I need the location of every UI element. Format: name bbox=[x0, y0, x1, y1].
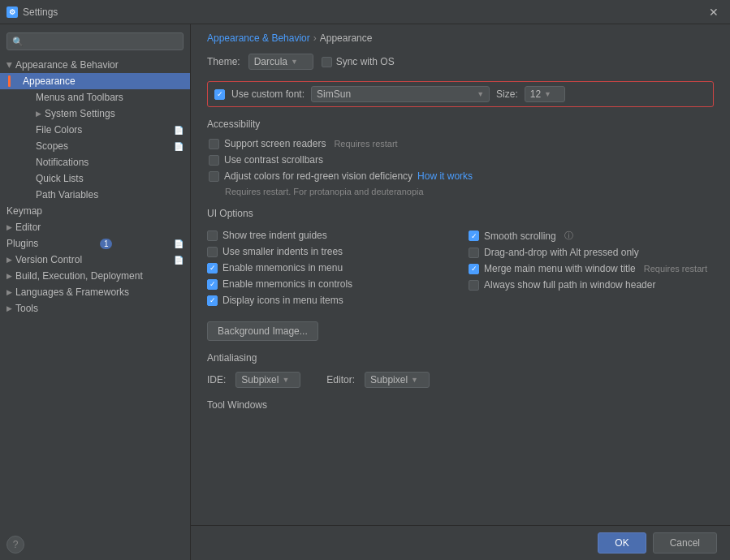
sync-with-os-checkbox[interactable]: Sync with OS bbox=[322, 56, 395, 67]
ide-dropdown-arrow: ▼ bbox=[282, 376, 289, 384]
font-dropdown-arrow: ▼ bbox=[477, 90, 484, 98]
display-icons-row: Display icons in menu items bbox=[207, 292, 452, 308]
app-icon: ⚙ bbox=[6, 6, 18, 18]
merge-main-menu-label: Merge main menu with window title bbox=[484, 263, 636, 274]
search-box[interactable]: 🔍 bbox=[6, 32, 184, 50]
font-select[interactable]: SimSun ▼ bbox=[311, 86, 490, 102]
how-it-works-link[interactable]: How it works bbox=[417, 170, 473, 182]
breadcrumb-parent[interactable]: Appearance & Behavior bbox=[207, 32, 310, 44]
show-tree-indent-label: Show tree indent guides bbox=[222, 230, 327, 241]
chevron-icon: ▶ bbox=[6, 223, 12, 231]
sidebar-item-system-settings[interactable]: ▶ System Settings bbox=[0, 106, 190, 122]
sidebar-item-label: Notifications bbox=[36, 157, 89, 168]
editor-antialiasing-select[interactable]: Subpixel ▼ bbox=[365, 372, 430, 388]
sidebar-item-label: Menus and Toolbars bbox=[36, 92, 123, 103]
support-screen-readers-row: Support screen readers Requires restart bbox=[207, 138, 714, 149]
sidebar-item-quick-lists[interactable]: Quick Lists bbox=[0, 170, 190, 187]
contrast-scrollbars-checkbox[interactable] bbox=[209, 155, 219, 166]
display-icons-checkbox[interactable] bbox=[207, 295, 218, 306]
sidebar-item-label: Quick Lists bbox=[36, 173, 84, 184]
drag-drop-row: Drag-and-drop with Alt pressed only bbox=[469, 244, 714, 261]
chevron-icon: ▶ bbox=[6, 288, 12, 296]
ui-options-grid: Show tree indent guides Use smaller inde… bbox=[207, 227, 714, 308]
custom-font-label: Use custom font: bbox=[231, 88, 305, 100]
plugins-badge: 1 bbox=[100, 239, 113, 249]
help-button[interactable]: ? bbox=[6, 536, 24, 554]
antialiasing-title: Antialiasing bbox=[207, 352, 714, 364]
size-select[interactable]: 12 ▼ bbox=[525, 86, 565, 102]
sidebar-item-scopes[interactable]: Scopes 📄 bbox=[0, 138, 190, 154]
theme-label: Theme: bbox=[207, 56, 240, 67]
sidebar-item-label: Plugins bbox=[6, 238, 38, 249]
enable-mnemonics-controls-label: Enable mnemonics in controls bbox=[222, 278, 352, 290]
breadcrumb-current: Appearance bbox=[320, 32, 373, 44]
size-dropdown-arrow: ▼ bbox=[544, 90, 551, 98]
ide-antialiasing-select[interactable]: Subpixel ▼ bbox=[235, 372, 300, 388]
smooth-scrolling-checkbox[interactable] bbox=[469, 230, 479, 241]
show-tree-indent-checkbox[interactable] bbox=[207, 230, 218, 241]
chevron-icon: ▶ bbox=[6, 62, 14, 68]
sidebar-item-file-colors[interactable]: File Colors 📄 bbox=[0, 122, 190, 138]
editor-aa-label: Editor: bbox=[326, 374, 355, 386]
custom-font-checkbox[interactable] bbox=[214, 89, 225, 100]
page-icon: 📄 bbox=[174, 239, 184, 248]
sidebar-item-appearance[interactable]: Appearance bbox=[0, 73, 190, 89]
requires-restart-hint: Requires restart bbox=[334, 139, 397, 149]
theme-select[interactable]: Darcula ▼ bbox=[248, 54, 313, 70]
font-value: SimSun bbox=[317, 88, 351, 100]
enable-mnemonics-controls-checkbox[interactable] bbox=[207, 279, 218, 290]
content-area: Appearance & Behavior › Appearance Theme… bbox=[191, 24, 730, 560]
drag-drop-checkbox[interactable] bbox=[469, 248, 479, 258]
breadcrumb: Appearance & Behavior › Appearance bbox=[191, 24, 730, 49]
chevron-icon: ▶ bbox=[36, 110, 41, 118]
sidebar-item-tools[interactable]: ▶ Tools bbox=[0, 300, 190, 317]
size-label: Size: bbox=[496, 88, 518, 100]
always-full-path-checkbox[interactable] bbox=[469, 280, 479, 291]
sidebar-item-label: Keymap bbox=[6, 205, 42, 217]
sidebar-item-editor[interactable]: ▶ Editor bbox=[0, 219, 190, 235]
cancel-button[interactable]: Cancel bbox=[653, 532, 717, 554]
sync-with-os-box[interactable] bbox=[322, 57, 332, 67]
sidebar-item-languages-frameworks[interactable]: ▶ Languages & Frameworks bbox=[0, 284, 190, 300]
breadcrumb-separator: › bbox=[313, 32, 317, 44]
chevron-icon: ▶ bbox=[6, 272, 12, 280]
chevron-icon: ▶ bbox=[6, 256, 12, 264]
sidebar-item-version-control[interactable]: ▶ Version Control 📄 bbox=[0, 252, 190, 268]
sidebar-item-appearance-behavior[interactable]: ▶ Appearance & Behavior bbox=[0, 57, 190, 73]
ui-options-left: Show tree indent guides Use smaller inde… bbox=[207, 227, 452, 308]
smooth-scrolling-label: Smooth scrolling bbox=[484, 230, 556, 242]
merge-main-menu-checkbox[interactable] bbox=[469, 264, 479, 274]
close-button[interactable]: ✕ bbox=[704, 4, 724, 20]
ok-button[interactable]: OK bbox=[598, 532, 646, 554]
enable-mnemonics-controls-row: Enable mnemonics in controls bbox=[207, 276, 452, 292]
sidebar-group-label: Build, Execution, Deployment bbox=[15, 270, 143, 282]
sidebar-item-plugins[interactable]: Plugins 1 📄 bbox=[0, 235, 190, 252]
sidebar-item-label: Appearance bbox=[23, 75, 76, 87]
search-input[interactable] bbox=[27, 36, 178, 47]
enable-mnemonics-menu-checkbox[interactable] bbox=[207, 263, 218, 274]
tool-windows-title: Tool Windows bbox=[207, 399, 714, 411]
display-icons-label: Display icons in menu items bbox=[222, 295, 343, 306]
theme-dropdown-arrow: ▼ bbox=[291, 58, 298, 66]
sidebar-item-build-execution[interactable]: ▶ Build, Execution, Deployment bbox=[0, 268, 190, 284]
window-title: Settings bbox=[23, 6, 58, 18]
theme-row: Theme: Darcula ▼ Sync with OS bbox=[207, 54, 714, 70]
sidebar-item-menus-toolbars[interactable]: Menus and Toolbars bbox=[0, 89, 190, 106]
sidebar-item-path-variables[interactable]: Path Variables bbox=[0, 187, 190, 203]
always-full-path-row: Always show full path in window header bbox=[469, 277, 714, 293]
smaller-indents-row: Use smaller indents in trees bbox=[207, 243, 452, 260]
sidebar-group-label: Editor bbox=[15, 222, 41, 233]
background-image-button[interactable]: Background Image... bbox=[207, 321, 318, 341]
sidebar: 🔍 ▶ Appearance & Behavior Appearance Men… bbox=[0, 24, 191, 560]
contrast-scrollbars-label: Use contrast scrollbars bbox=[224, 154, 323, 166]
adjust-colors-checkbox[interactable] bbox=[209, 171, 219, 182]
tool-windows-placeholder bbox=[207, 419, 714, 459]
sidebar-item-keymap[interactable]: Keymap bbox=[0, 203, 190, 219]
support-screen-readers-checkbox[interactable] bbox=[209, 139, 219, 149]
sidebar-item-notifications[interactable]: Notifications bbox=[0, 154, 190, 170]
drag-drop-label: Drag-and-drop with Alt pressed only bbox=[484, 247, 639, 258]
sidebar-item-label: Scopes bbox=[36, 140, 68, 152]
search-icon: 🔍 bbox=[12, 37, 24, 47]
bottom-bar: OK Cancel bbox=[191, 525, 730, 560]
smaller-indents-checkbox[interactable] bbox=[207, 247, 218, 257]
